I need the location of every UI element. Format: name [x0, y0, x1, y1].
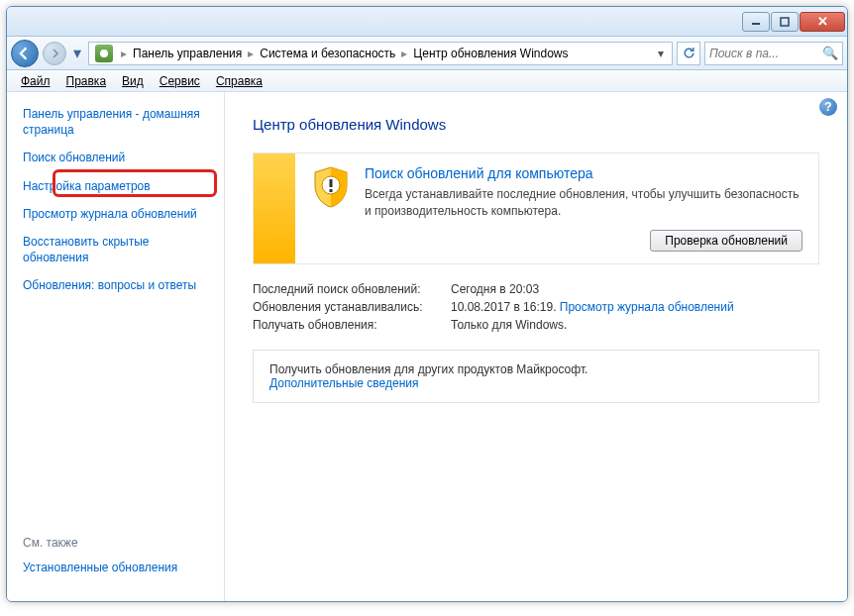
search-box[interactable]: 🔍: [704, 42, 843, 65]
sidebar-bottom: См. также Установленные обновления: [23, 536, 208, 587]
body: Панель управления - домашняя страница По…: [7, 92, 847, 601]
update-info-table: Последний поиск обновлений: Сегодня в 20…: [253, 282, 819, 332]
history-link[interactable]: Просмотр журнала обновлений: [560, 300, 734, 314]
status-text: Поиск обновлений для компьютера Всегда у…: [365, 165, 802, 220]
nav-dropdown-icon[interactable]: ▾: [70, 42, 84, 65]
main-content: ? Центр обновления Windows: [225, 92, 847, 601]
sidebar-faq[interactable]: Обновления: вопросы и ответы: [23, 277, 208, 293]
breadcrumb-windows-update[interactable]: Центр обновления Windows: [411, 44, 570, 63]
minimize-button[interactable]: [742, 12, 770, 32]
installed-label: Обновления устанавливались:: [253, 300, 451, 314]
info-row-last-check: Последний поиск обновлений: Сегодня в 20…: [253, 282, 819, 296]
sidebar-restore-hidden[interactable]: Восстановить скрытые обновления: [23, 234, 208, 265]
windows-update-window: ✕ ▾ ▸ Панель управления ▸ Система и безо…: [6, 6, 848, 602]
info-row-installed: Обновления устанавливались: 10.08.2017 в…: [253, 300, 819, 314]
help-icon[interactable]: ?: [819, 98, 837, 116]
breadcrumb: ▸ Панель управления ▸ Система и безопасн…: [88, 42, 673, 65]
status-description: Всегда устанавливайте последние обновлен…: [365, 186, 802, 220]
close-button[interactable]: ✕: [800, 12, 845, 32]
search-input[interactable]: [709, 47, 822, 60]
status-heading: Поиск обновлений для компьютера: [365, 165, 802, 181]
chevron-right-icon: ▸: [401, 47, 407, 60]
status-color-bar: [254, 154, 295, 263]
sidebar-home[interactable]: Панель управления - домашняя страница: [23, 106, 208, 138]
sidebar: Панель управления - домашняя страница По…: [7, 92, 225, 601]
menu-edit[interactable]: Правка: [60, 72, 113, 90]
forward-button[interactable]: [43, 42, 66, 65]
chevron-right-icon: ▸: [121, 47, 127, 60]
installed-value: 10.08.2017 в 16:19. Просмотр журнала обн…: [451, 300, 734, 314]
see-also-label: См. также: [23, 536, 208, 550]
last-check-value: Сегодня в 20:03: [451, 282, 539, 296]
titlebar: ✕: [7, 7, 847, 37]
menu-file[interactable]: Файл: [15, 72, 56, 90]
back-button[interactable]: [11, 40, 39, 67]
window-controls: ✕: [742, 12, 845, 32]
menu-tools[interactable]: Сервис: [154, 72, 206, 90]
status-content: Поиск обновлений для компьютера Всегда у…: [295, 154, 818, 263]
receive-label: Получать обновления:: [253, 318, 451, 332]
svg-rect-4: [330, 189, 333, 192]
sidebar-check-updates[interactable]: Поиск обновлений: [23, 150, 208, 165]
control-panel-icon: [95, 45, 113, 62]
breadcrumb-dropdown-icon[interactable]: ▾: [652, 47, 670, 60]
other-products-text: Получить обновления для других продуктов…: [269, 362, 802, 376]
sidebar-settings[interactable]: Настройка параметров: [23, 178, 208, 194]
svg-rect-3: [330, 179, 333, 187]
navigation-bar: ▾ ▸ Панель управления ▸ Система и безопа…: [7, 37, 847, 70]
menu-bar: Файл Правка Вид Сервис Справка: [7, 70, 847, 92]
breadcrumb-control-panel[interactable]: Панель управления: [131, 44, 244, 63]
other-products-panel: Получить обновления для других продуктов…: [253, 350, 819, 403]
check-updates-button[interactable]: Проверка обновлений: [650, 230, 802, 252]
last-check-label: Последний поиск обновлений:: [253, 282, 451, 296]
maximize-button[interactable]: [771, 12, 799, 32]
chevron-right-icon: ▸: [248, 47, 254, 60]
svg-rect-1: [781, 18, 789, 26]
menu-help[interactable]: Справка: [210, 72, 268, 90]
info-row-receive: Получать обновления: Только для Windows.: [253, 318, 819, 332]
shield-warning-icon: [311, 165, 351, 209]
search-icon[interactable]: 🔍: [822, 46, 838, 60]
sidebar-installed-updates[interactable]: Установленные обновления: [23, 560, 208, 575]
breadcrumb-system-security[interactable]: Система и безопасность: [258, 44, 397, 63]
menu-view[interactable]: Вид: [116, 72, 150, 90]
more-info-link[interactable]: Дополнительные сведения: [269, 376, 418, 390]
refresh-button[interactable]: [677, 42, 700, 65]
sidebar-history[interactable]: Просмотр журнала обновлений: [23, 206, 208, 222]
receive-value: Только для Windows.: [451, 318, 567, 332]
page-title: Центр обновления Windows: [253, 116, 819, 133]
update-status-panel: Поиск обновлений для компьютера Всегда у…: [253, 153, 819, 264]
